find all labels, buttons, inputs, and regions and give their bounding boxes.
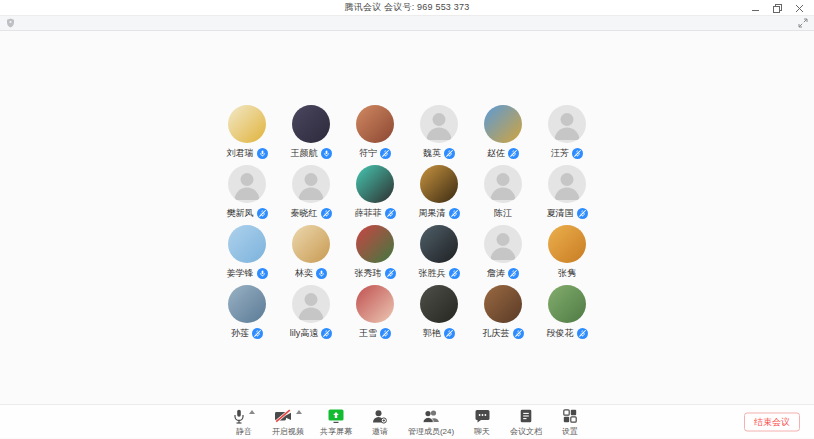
participant-tile[interactable]: 赵佐	[471, 105, 535, 165]
fullscreen-icon[interactable]	[798, 18, 808, 28]
participant-tile[interactable]: 秦晓红	[279, 165, 343, 225]
mic-status-icon	[380, 328, 391, 339]
participant-avatar	[356, 225, 394, 263]
mic-status-icon	[385, 268, 396, 279]
participant-tile[interactable]: 姜学锋	[215, 225, 279, 285]
participant-avatar	[548, 165, 586, 203]
toolbar-button-invite[interactable]: 邀请	[364, 406, 396, 437]
participant-name: 刘君瑞	[227, 147, 254, 160]
participant-avatar	[356, 165, 394, 203]
participant-tile[interactable]: 夏清国	[535, 165, 599, 225]
toolbar-button-docs[interactable]: 会议文档	[506, 406, 546, 437]
end-meeting-button[interactable]: 结束会议	[744, 412, 800, 431]
camera-off-icon	[274, 409, 293, 423]
participant-tile[interactable]: 王颜航	[279, 105, 343, 165]
default-person-icon	[292, 285, 330, 323]
mic-status-icon	[444, 328, 455, 339]
security-shield-icon[interactable]	[6, 18, 15, 28]
minimize-icon[interactable]	[746, 1, 764, 15]
participant-tile[interactable]: 郭艳	[407, 285, 471, 345]
toolbar-item-label: 聊天	[474, 426, 490, 437]
mic-status-icon	[257, 148, 268, 159]
participant-avatar	[484, 225, 522, 263]
participant-tile[interactable]: 周果清	[407, 165, 471, 225]
participant-tile[interactable]: 张胜兵	[407, 225, 471, 285]
toolbar-button-chat[interactable]: 聊天	[466, 406, 498, 437]
mic-status-icon	[380, 148, 391, 159]
mic-status-icon	[257, 208, 268, 219]
mic-status-icon	[449, 268, 460, 279]
mic-status-icon	[444, 148, 455, 159]
participant-tile[interactable]: 孙莲	[215, 285, 279, 345]
window-titlebar: 腾讯会议 会议号: 969 553 373	[0, 0, 814, 16]
participant-name: 孙莲	[231, 327, 249, 340]
participant-name: lily高遠	[290, 327, 319, 340]
participant-name: 魏英	[423, 147, 441, 160]
toolbar-button-settings[interactable]: 设置	[554, 406, 586, 437]
participant-avatar	[228, 165, 266, 203]
default-person-icon	[484, 225, 522, 263]
default-person-icon	[228, 165, 266, 203]
participant-avatar	[292, 105, 330, 143]
participant-avatar	[292, 285, 330, 323]
participant-tile[interactable]: 王雪	[343, 285, 407, 345]
participant-name: 张隽	[558, 267, 576, 280]
participant-tile[interactable]: 陈江	[471, 165, 535, 225]
window-controls	[746, 0, 808, 16]
mic-status-icon	[252, 328, 263, 339]
chevron-up-icon[interactable]	[249, 410, 255, 414]
participant-tile[interactable]: 张隽	[535, 225, 599, 285]
toolbar-item-label: 共享屏幕	[320, 426, 352, 437]
participant-avatar	[420, 225, 458, 263]
participant-tile[interactable]: 符宁	[343, 105, 407, 165]
participant-tile[interactable]: 刘君瑞	[215, 105, 279, 165]
participant-avatar	[548, 105, 586, 143]
participant-avatar	[356, 285, 394, 323]
participant-tile[interactable]: 汪芳	[535, 105, 599, 165]
toolbar-item-label: 会议文档	[510, 426, 542, 437]
toolbar-item-label: 邀请	[372, 426, 388, 437]
microphone-icon	[232, 409, 246, 424]
participant-name: 林奕	[295, 267, 313, 280]
maximize-icon[interactable]	[768, 1, 786, 15]
participant-name: 樊新凤	[227, 207, 254, 220]
participant-name: 詹涛	[487, 267, 505, 280]
share-screen-icon	[328, 409, 344, 423]
toolbar-button-video[interactable]: 开启视频	[268, 406, 308, 437]
default-person-icon	[292, 165, 330, 203]
participant-tile[interactable]: 张秀玮	[343, 225, 407, 285]
participant-tile[interactable]: 段俊花	[535, 285, 599, 345]
participant-avatar	[228, 285, 266, 323]
toolbar-item-label: 设置	[562, 426, 578, 437]
chevron-up-icon[interactable]	[296, 410, 302, 414]
toolbar-button-members[interactable]: 管理成员(24)	[404, 406, 458, 437]
participant-tile[interactable]: 孔庆芸	[471, 285, 535, 345]
participant-name: 姜学锋	[227, 267, 254, 280]
invite-person-icon	[372, 409, 387, 424]
participant-name: 郭艳	[423, 327, 441, 340]
participant-tile[interactable]: 薛菲菲	[343, 165, 407, 225]
participant-tile[interactable]: 魏英	[407, 105, 471, 165]
toolbar-button-share[interactable]: 共享屏幕	[316, 406, 356, 437]
toolbar-button-mute[interactable]: 静音	[228, 406, 260, 437]
mic-status-icon	[577, 328, 588, 339]
participant-name: 周果清	[419, 207, 446, 220]
participant-avatar	[292, 165, 330, 203]
participant-tile[interactable]: lily高遠	[279, 285, 343, 345]
participant-name: 陈江	[494, 207, 512, 220]
participant-name: 秦晓红	[291, 207, 318, 220]
document-icon	[520, 409, 532, 423]
participant-tile[interactable]: 詹涛	[471, 225, 535, 285]
participant-tile[interactable]: 樊新凤	[215, 165, 279, 225]
mic-status-icon	[508, 148, 519, 159]
close-icon[interactable]	[790, 1, 808, 15]
mic-status-icon	[572, 148, 583, 159]
mic-status-icon	[316, 268, 327, 279]
participant-avatar	[484, 105, 522, 143]
participant-name: 王颜航	[291, 147, 318, 160]
participant-tile[interactable]: 林奕	[279, 225, 343, 285]
participant-avatar	[356, 105, 394, 143]
chat-bubble-icon	[475, 409, 490, 423]
participant-name: 薛菲菲	[355, 207, 382, 220]
meeting-main-area: 刘君瑞 王颜航 符宁 魏英 赵佐 汪芳	[0, 31, 814, 404]
